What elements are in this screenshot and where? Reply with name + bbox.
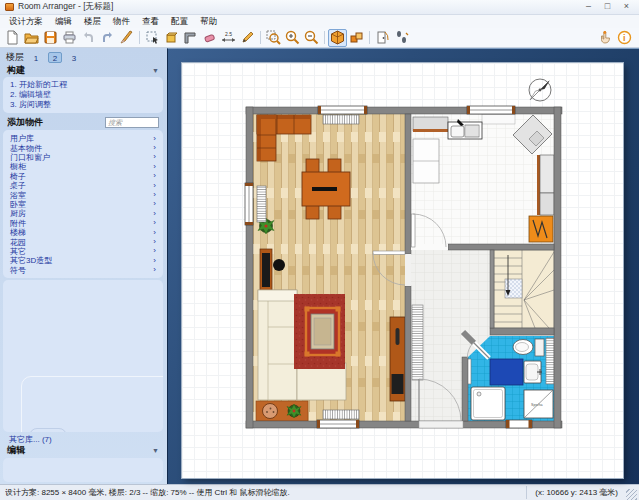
walkthrough-icon [394, 30, 409, 45]
hallway-radiator[interactable] [412, 305, 423, 380]
resize-grip[interactable] [626, 489, 637, 500]
collapse-icon[interactable]: ▼ [152, 447, 159, 454]
view-3d-button[interactable] [328, 29, 347, 47]
menu-help[interactable]: 帮助 [194, 15, 223, 29]
object-preview-panel [3, 280, 163, 432]
redo-button[interactable] [98, 29, 117, 47]
staircase[interactable] [494, 250, 554, 328]
chevron-right-icon: › [153, 191, 156, 199]
floor-plan[interactable]: Sprcha [182, 63, 623, 478]
edit-section-header[interactable]: 编辑 ▼ [3, 444, 163, 457]
undo-icon [81, 30, 96, 45]
edit-header-label: 编辑 [7, 444, 25, 457]
compass-icon[interactable] [529, 79, 551, 101]
boiler-unit[interactable] [529, 216, 553, 242]
shower-cabin[interactable]: Sprcha [524, 390, 553, 418]
zoom-out-button[interactable] [302, 29, 321, 47]
print-button[interactable] [60, 29, 79, 47]
pointer-hand-button[interactable] [596, 29, 615, 47]
kitchen-sink[interactable] [448, 119, 482, 139]
coffee-table[interactable] [305, 307, 341, 357]
floor-button-3[interactable]: 3 [67, 52, 81, 63]
category-accessories[interactable]: 附件› [10, 219, 156, 228]
round-speaker[interactable] [273, 259, 285, 271]
chevron-right-icon: › [153, 182, 156, 190]
drawing-page[interactable]: Sprcha [182, 63, 623, 478]
toolbar-separator [260, 31, 261, 44]
open-icon [24, 30, 39, 45]
new-button[interactable] [3, 29, 22, 47]
category-kitchen[interactable]: 厨房› [10, 209, 156, 218]
eraser-button[interactable] [200, 29, 219, 47]
right-wall-cabinets[interactable] [537, 155, 554, 215]
window-bottom-bath [506, 420, 532, 428]
toilet[interactable] [513, 339, 544, 356]
floor-button-2[interactable]: 2 [48, 52, 62, 63]
measure-button[interactable]: 2.5 [219, 29, 238, 47]
shower-tray[interactable] [471, 387, 505, 420]
draw-button[interactable] [238, 29, 257, 47]
menu-design[interactable]: 设计方案 [3, 15, 49, 29]
floor-button-1[interactable]: 1 [29, 52, 43, 63]
canvas-area[interactable]: Sprcha [167, 48, 639, 484]
tall-cabinet-oven[interactable] [390, 317, 405, 401]
bathroom-radiator[interactable] [546, 338, 554, 384]
undo-button[interactable] [79, 29, 98, 47]
svg-text:2.5: 2.5 [225, 31, 232, 37]
add-object-button[interactable] [162, 29, 181, 47]
tv-cabinet[interactable] [260, 249, 272, 291]
menu-object[interactable]: 物件 [107, 15, 136, 29]
white-tall-cabinet[interactable] [413, 139, 439, 183]
close-button[interactable]: × [619, 1, 634, 13]
build-step-new-project[interactable]: 1. 开始新的工程 [10, 80, 156, 90]
category-tables[interactable]: 桌子› [10, 181, 156, 190]
other-libraries-link[interactable]: 其它库... (7) [3, 432, 163, 444]
minimize-button[interactable]: – [581, 1, 596, 13]
terracotta-shelf[interactable] [256, 401, 308, 421]
radiator [323, 410, 359, 419]
menu-options[interactable]: 配置 [165, 15, 194, 29]
menu-floor[interactable]: 楼层 [78, 15, 107, 29]
category-cabinets[interactable]: 橱柜› [10, 162, 156, 171]
title-bar: Room Arranger - [无标题] – □ × [0, 0, 639, 15]
category-garden[interactable]: 花园› [10, 237, 156, 246]
walkthrough-button[interactable] [392, 29, 411, 47]
category-bathroom[interactable]: 浴室› [10, 190, 156, 199]
bath-mat[interactable] [490, 359, 523, 385]
chevron-right-icon: › [153, 172, 156, 180]
new-icon [5, 30, 20, 45]
category-chairs[interactable]: 椅子› [10, 172, 156, 181]
edit-walls-icon [183, 30, 198, 45]
category-symbols[interactable]: 符号› [10, 265, 156, 274]
category-doors-windows[interactable]: 门口和窗户› [10, 153, 156, 162]
window-top-kitchen [467, 106, 515, 114]
menu-edit[interactable]: 编辑 [49, 15, 78, 29]
zoom-selection-button[interactable] [264, 29, 283, 47]
redo-icon [100, 30, 115, 45]
format-brush-button[interactable] [117, 29, 136, 47]
edit-walls-button[interactable] [181, 29, 200, 47]
door-preview-button[interactable] [373, 29, 392, 47]
washbasin[interactable] [524, 361, 542, 383]
build-step-adjust-rooms[interactable]: 3. 房间调整 [10, 100, 156, 110]
search-input[interactable] [105, 117, 159, 128]
category-other-3d[interactable]: 其它3D造型› [10, 256, 156, 265]
chevron-right-icon: › [153, 200, 156, 208]
build-section-header[interactable]: 构建 ▼ [3, 64, 163, 77]
toolbar: 2.5 i [0, 28, 639, 48]
select-objects-button[interactable] [143, 29, 162, 47]
format-brush-icon [119, 30, 134, 45]
menu-bar: 设计方案 编辑 楼层 物件 查看 配置 帮助 [0, 15, 639, 28]
open-button[interactable] [22, 29, 41, 47]
objects-3d-button[interactable] [347, 29, 366, 47]
collapse-icon[interactable]: ▼ [152, 67, 159, 74]
window-top-living [318, 106, 367, 114]
category-bedroom[interactable]: 卧室› [10, 200, 156, 209]
maximize-button[interactable]: □ [600, 1, 615, 13]
zoom-in-button[interactable] [283, 29, 302, 47]
save-button[interactable] [41, 29, 60, 47]
category-stairs[interactable]: 楼梯› [10, 228, 156, 237]
build-step-edit-walls[interactable]: 2. 编辑墙壁 [10, 90, 156, 100]
about-info-button[interactable]: i [615, 29, 634, 47]
menu-view[interactable]: 查看 [136, 15, 165, 29]
